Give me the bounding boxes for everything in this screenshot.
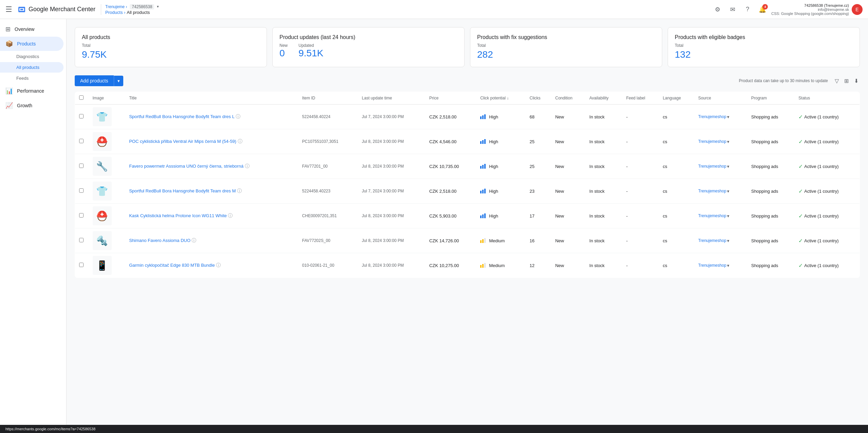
sidebar-item-performance[interactable]: 📊 Performance	[0, 84, 64, 98]
row-checkbox-cell[interactable]	[75, 129, 89, 154]
source-link[interactable]: Trenujemeshop	[698, 213, 726, 218]
product-image-cell: 🔩	[89, 228, 125, 253]
col-click-potential[interactable]: Click potential ↓	[476, 92, 525, 105]
source-link[interactable]: Trenujemeshop	[698, 263, 726, 268]
source-chevron-icon[interactable]: ▾	[727, 189, 729, 194]
product-title-link[interactable]: Favero powermetr Asssioma UNO černý čier…	[129, 164, 243, 169]
product-status: ✓ Active (1 country)	[798, 188, 855, 194]
sidebar-label-growth: Growth	[17, 103, 32, 108]
breadcrumb-store[interactable]: Trenujeme ›	[105, 4, 127, 9]
status-check-icon: ✓	[798, 114, 803, 120]
source-chevron-icon[interactable]: ▾	[727, 164, 729, 169]
source-link[interactable]: Trenujemeshop	[698, 114, 726, 119]
sidebar-item-products[interactable]: 📦 Products	[0, 37, 64, 51]
product-status-cell: ✓ Active (1 country)	[794, 179, 860, 204]
products-table: Image Title Item ID Last update time Pri…	[75, 92, 860, 278]
user-email: info@trenujeme.sk	[771, 7, 849, 12]
dropdown-icon[interactable]: ▾	[157, 4, 159, 9]
email-button[interactable]: ✉	[726, 3, 739, 16]
sidebar-label-overview: Overview	[15, 26, 34, 32]
row-checkbox[interactable]	[79, 263, 84, 267]
product-condition-cell: New	[551, 204, 585, 228]
sidebar-item-all-products[interactable]: All products	[0, 62, 64, 73]
product-id-cell: FAV77202S_00	[298, 228, 358, 253]
table-row: ⛑️ POC cyklistická přilba Ventral Air Mi…	[75, 129, 860, 154]
source-link[interactable]: Trenujemeshop	[698, 139, 726, 144]
product-title-link[interactable]: Shimano Favero Assioma DUO	[129, 238, 191, 243]
product-info-icon[interactable]: ⓘ	[236, 114, 240, 119]
card-updates-row: New 0 Updated 9.51K	[279, 43, 457, 59]
col-last-update: Last update time	[358, 92, 425, 105]
product-info-icon[interactable]: ⓘ	[238, 138, 242, 144]
summary-cards: All products Total 9.75K Product updates…	[75, 27, 860, 67]
source-chevron-icon[interactable]: ▾	[727, 139, 729, 144]
source-link[interactable]: Trenujemeshop	[698, 238, 726, 243]
store-id-tag: 742586538	[130, 4, 154, 10]
sidebar-item-overview[interactable]: ⊞ Overview	[0, 22, 64, 36]
sidebar-item-growth[interactable]: 📈 Growth	[0, 98, 64, 113]
filter-button[interactable]: ▽	[833, 76, 840, 86]
col-program: Program	[747, 92, 794, 105]
sidebar-item-feeds[interactable]: Feeds	[0, 73, 64, 83]
product-status-cell: ✓ Active (1 country)	[794, 253, 860, 278]
row-checkbox[interactable]	[79, 139, 84, 143]
product-click-potential-cell: High	[476, 129, 525, 154]
col-language: Language	[659, 92, 694, 105]
product-info-icon[interactable]: ⓘ	[228, 213, 233, 218]
card-badges-sublabel: Total	[675, 43, 853, 48]
row-checkbox-cell[interactable]	[75, 179, 89, 204]
sidebar-item-diagnostics[interactable]: Diagnostics	[0, 51, 64, 62]
source-chevron-icon[interactable]: ▾	[727, 238, 729, 243]
row-checkbox[interactable]	[79, 114, 84, 118]
source-link[interactable]: Trenujemeshop	[698, 189, 726, 193]
svg-rect-10	[482, 165, 484, 169]
user-section: 742586538 (Trenujeme.cz) info@trenujeme.…	[771, 3, 863, 16]
row-checkbox[interactable]	[79, 164, 84, 168]
source-chevron-icon[interactable]: ▾	[727, 114, 729, 119]
product-title-cell: Kask Cyklistická helma Protone Icon WG11…	[125, 204, 298, 228]
breadcrumb-section[interactable]: Products ›	[105, 10, 125, 15]
download-button[interactable]: ⬇	[853, 76, 860, 86]
product-info-icon[interactable]: ⓘ	[216, 262, 221, 268]
source-chevron-icon[interactable]: ▾	[727, 213, 729, 219]
source-link[interactable]: Trenujemeshop	[698, 164, 726, 169]
product-source-cell: Trenujemeshop ▾	[694, 129, 747, 154]
performance-icon: 📊	[5, 87, 13, 95]
select-all-checkbox[interactable]	[79, 95, 84, 100]
product-availability-cell: In stock	[585, 253, 622, 278]
product-title-link[interactable]: POC cyklistická přilba Ventral Air Mips …	[129, 139, 236, 144]
product-image-cell: ⛑️	[89, 129, 125, 154]
row-checkbox-cell[interactable]	[75, 228, 89, 253]
svg-rect-7	[482, 140, 484, 144]
product-title-link[interactable]: Kask Cyklistická helma Protone Icon WG11…	[129, 213, 227, 218]
product-title-link[interactable]: Garmin cyklopočítač Edge 830 MTB Bundle	[129, 263, 215, 268]
row-checkbox[interactable]	[79, 238, 84, 242]
hamburger-icon[interactable]: ☰	[5, 5, 12, 14]
row-checkbox-cell[interactable]	[75, 253, 89, 278]
row-checkbox-cell[interactable]	[75, 204, 89, 228]
col-select-all[interactable]	[75, 92, 89, 105]
add-products-button[interactable]: Add products	[75, 75, 114, 86]
card-updates-updated: Updated 9.51K	[299, 43, 323, 59]
product-info-icon[interactable]: ⓘ	[245, 163, 250, 169]
columns-button[interactable]: ⊞	[843, 76, 850, 86]
row-checkbox[interactable]	[79, 188, 84, 193]
user-avatar[interactable]: E	[852, 4, 863, 15]
product-title-link[interactable]: Sportful RedBull Bora Hansgrohe Bodyfit …	[129, 114, 234, 119]
product-status-cell: ✓ Active (1 country)	[794, 228, 860, 253]
product-info-icon[interactable]: ⓘ	[192, 238, 196, 243]
notifications-button[interactable]: 🔔 4	[756, 3, 768, 16]
product-title-cell: POC cyklistická přilba Ventral Air Mips …	[125, 129, 298, 154]
svg-rect-16	[482, 214, 484, 218]
col-status: Status	[794, 92, 860, 105]
card-updates-updated-value: 9.51K	[299, 48, 323, 59]
add-products-dropdown-button[interactable]: ▾	[114, 76, 123, 86]
settings-button[interactable]: ⚙	[711, 3, 724, 16]
product-title-link[interactable]: Sportful RedBull Bora Hansgrohe Bodyfit …	[129, 188, 236, 193]
row-checkbox-cell[interactable]	[75, 105, 89, 129]
row-checkbox-cell[interactable]	[75, 154, 89, 179]
help-button[interactable]: ?	[741, 3, 754, 16]
source-chevron-icon[interactable]: ▾	[727, 263, 729, 268]
row-checkbox[interactable]	[79, 213, 84, 218]
product-info-icon[interactable]: ⓘ	[237, 188, 242, 193]
